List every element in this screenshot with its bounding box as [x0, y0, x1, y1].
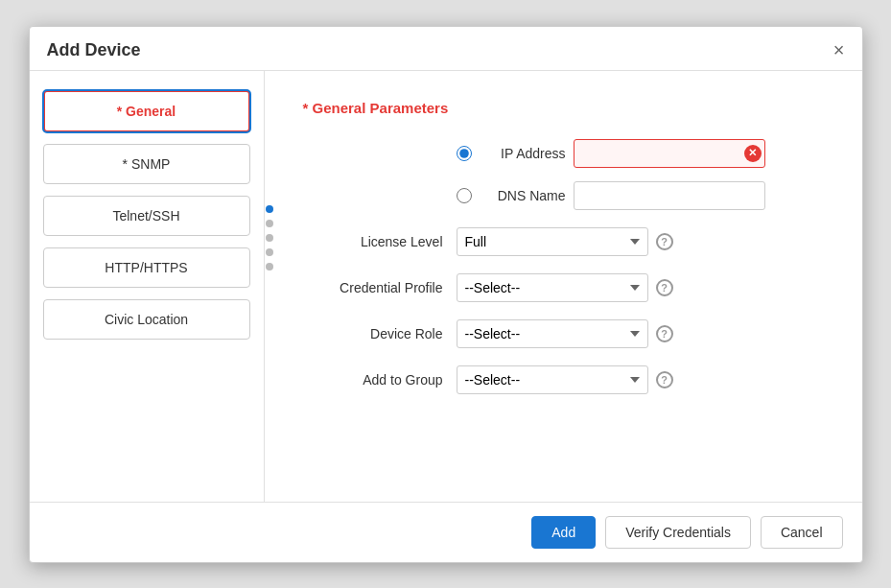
device-role-row: Device Role --Select-- ?	[303, 319, 824, 348]
sidebar-item-snmp[interactable]: * SNMP	[43, 144, 250, 184]
ip-dns-group: IP Address ✕ DNS Name	[457, 139, 765, 210]
ip-address-clear-button[interactable]: ✕	[744, 145, 762, 162]
dns-name-radio-label: DNS Name	[480, 188, 566, 203]
sidebar-item-http-label: HTTP/HTTPS	[105, 260, 187, 275]
license-level-select[interactable]: Full Limited	[457, 227, 648, 256]
sidebar-item-general[interactable]: * General	[43, 90, 250, 132]
sidebar-item-civic-location[interactable]: Civic Location	[43, 299, 250, 340]
ip-address-radio-label: IP Address	[480, 146, 566, 161]
credential-profile-select[interactable]: --Select--	[457, 273, 648, 302]
verify-credentials-button[interactable]: Verify Credentials	[605, 516, 751, 549]
dot-2	[266, 220, 273, 227]
credential-profile-label: Credential Profile	[303, 280, 457, 295]
device-role-help-icon[interactable]: ?	[656, 325, 673, 342]
add-to-group-help-icon[interactable]: ?	[656, 371, 673, 388]
main-content: * General Parameters IP Address ✕	[265, 71, 862, 502]
sidebar-item-telnet-ssh[interactable]: Telnet/SSH	[43, 196, 250, 236]
device-role-select-wrapper: --Select-- ?	[457, 319, 673, 348]
ip-address-row: IP Address ✕	[457, 139, 765, 168]
dialog-footer: Add Verify Credentials Cancel	[30, 502, 862, 562]
ip-address-input[interactable]	[574, 139, 765, 168]
credential-profile-row: Credential Profile --Select-- ?	[303, 273, 824, 302]
dialog-header: Add Device ×	[30, 27, 862, 71]
dialog-body: * General * SNMP Telnet/SSH HTTP/HTTPS C…	[30, 71, 862, 502]
device-role-select[interactable]: --Select--	[457, 319, 648, 348]
add-device-dialog: Add Device × * General * SNMP Telnet/SSH…	[29, 26, 863, 563]
credential-profile-help-icon[interactable]: ?	[656, 279, 673, 296]
sidebar-item-general-label: * General	[117, 104, 176, 119]
section-title: * General Parameters	[303, 100, 824, 116]
dot-4	[266, 248, 273, 256]
dns-name-row: DNS Name	[457, 181, 765, 210]
ip-dns-row: IP Address ✕ DNS Name	[303, 139, 824, 210]
ip-address-radio[interactable]	[457, 146, 472, 161]
add-to-group-select-wrapper: --Select-- ?	[457, 365, 673, 394]
add-to-group-row: Add to Group --Select-- ?	[303, 365, 824, 394]
dot-5	[266, 263, 273, 270]
ip-address-input-wrapper: ✕	[574, 139, 765, 168]
sidebar-item-http-https[interactable]: HTTP/HTTPS	[43, 247, 250, 288]
dot-1	[266, 205, 273, 213]
license-level-label: License Level	[303, 234, 457, 249]
progress-dots	[266, 205, 273, 270]
cancel-button[interactable]: Cancel	[761, 516, 843, 549]
credential-profile-select-wrapper: --Select-- ?	[457, 273, 673, 302]
sidebar-item-telnet-label: Telnet/SSH	[112, 208, 179, 223]
dns-name-input[interactable]	[574, 181, 765, 210]
sidebar-item-snmp-label: * SNMP	[123, 156, 171, 172]
license-level-help-icon[interactable]: ?	[656, 233, 673, 250]
add-to-group-select[interactable]: --Select--	[457, 365, 648, 394]
add-to-group-label: Add to Group	[303, 372, 457, 388]
dialog-title: Add Device	[47, 40, 141, 60]
device-role-label: Device Role	[303, 326, 457, 341]
close-button[interactable]: ×	[833, 40, 845, 59]
license-level-row: License Level Full Limited ?	[303, 227, 824, 256]
sidebar-item-civic-label: Civic Location	[105, 312, 188, 327]
license-level-select-wrapper: Full Limited ?	[457, 227, 673, 256]
dns-name-radio[interactable]	[457, 188, 472, 203]
dot-3	[266, 234, 273, 242]
sidebar: * General * SNMP Telnet/SSH HTTP/HTTPS C…	[30, 71, 265, 502]
add-button[interactable]: Add	[531, 516, 596, 549]
